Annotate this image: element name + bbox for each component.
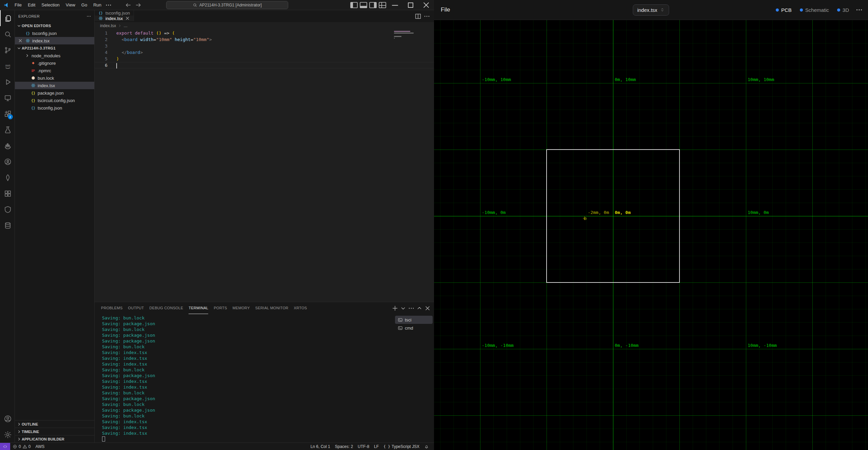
minimize-button[interactable] (387, 0, 403, 10)
board-outline[interactable] (546, 149, 680, 283)
terminal-dropdown-button[interactable] (399, 305, 407, 312)
menu-edit[interactable]: Edit (25, 1, 38, 9)
aws-status[interactable]: AWS (33, 443, 47, 450)
menu-go[interactable]: Go (78, 1, 90, 9)
indentation-status[interactable]: Spaces: 2 (333, 443, 355, 450)
activity-search[interactable] (0, 26, 15, 42)
terminal-line: Saving: bun.lock (102, 367, 394, 373)
activity-aws[interactable]: aws (0, 58, 15, 74)
panel-tab-debug-console[interactable]: DEBUG CONSOLE (150, 302, 183, 314)
remote-indicator-button[interactable] (0, 443, 10, 450)
menu-view[interactable]: View (63, 1, 78, 9)
minimap-line (394, 36, 401, 37)
tree-file-item[interactable]: {}tscircuit.config.json (15, 97, 94, 104)
pcb-more-menu-button[interactable] (855, 6, 863, 14)
tree-folder-item[interactable]: node_modules (15, 52, 94, 59)
close-button[interactable] (418, 0, 434, 10)
panel-tab-xrtos[interactable]: XRTOS (294, 302, 307, 314)
menu-run[interactable]: Run (90, 1, 104, 9)
activity-accounts[interactable] (0, 411, 15, 427)
panel-tab-serial-monitor[interactable]: SERIAL MONITOR (255, 302, 289, 314)
open-editors-header[interactable]: OPEN EDITORS (15, 22, 94, 30)
breadcrumb[interactable]: index.tsx… (95, 22, 434, 30)
sidebar-section-application-builder[interactable]: APPLICATION BUILDER (15, 435, 94, 443)
close-panel-button[interactable] (424, 305, 431, 312)
pcb-canvas[interactable]: -10mm, 10mm0m, 10mm10mm, 10mm-10mm, 0m10… (434, 20, 868, 450)
toggle-secondary-sidebar-button[interactable] (368, 0, 378, 10)
tree-file-item[interactable]: .gitignore (15, 59, 94, 67)
panel-tab-terminal[interactable]: TERMINAL (189, 302, 208, 314)
activity-settings[interactable] (0, 427, 15, 443)
terminal-session-cmd[interactable]: cmd (395, 324, 433, 332)
view-button-3d[interactable]: 3D (837, 7, 849, 13)
activity-live-share[interactable] (0, 154, 15, 170)
tree-file-item[interactable]: {}package.json (15, 89, 94, 97)
panel-tab-problems[interactable]: PROBLEMS (101, 302, 123, 314)
explorer-actions-button[interactable] (86, 14, 92, 19)
open-editor-item[interactable]: {}tsconfig.json (15, 30, 94, 37)
customize-layout-button[interactable] (378, 0, 387, 10)
language-status[interactable]: { } TypeScript JSX (381, 443, 422, 450)
tree-file-item[interactable]: {}tsconfig.json (15, 104, 94, 112)
terminal-line: Saving: package.json (102, 407, 394, 413)
breadcrumb-segment[interactable]: index.tsx (100, 23, 116, 28)
close-icon[interactable] (18, 38, 23, 43)
activity-source-control[interactable] (0, 42, 15, 58)
activity-testing[interactable] (0, 122, 15, 138)
panel-more-actions-button[interactable] (408, 305, 415, 312)
chevron-right-icon (24, 53, 30, 58)
view-button-schematic[interactable]: Schematic (800, 7, 829, 13)
editor-tab-tsconfig.json[interactable]: {}tsconfig.json (95, 10, 134, 16)
pcb-file-menu[interactable]: File (441, 6, 450, 13)
maximize-panel-button[interactable] (416, 305, 423, 312)
pcb-file-selector[interactable]: index.tsx (633, 4, 669, 16)
activity-mongodb[interactable] (0, 170, 15, 185)
panel-tab-memory[interactable]: MEMORY (233, 302, 250, 314)
toggle-sidebar-button[interactable] (349, 0, 359, 10)
cursor-position-status[interactable]: Ln 6, Col 1 (308, 443, 333, 450)
minimap[interactable] (394, 31, 414, 40)
close-icon[interactable] (125, 16, 130, 21)
activity-extensions[interactable]: 2 (0, 106, 15, 122)
activity-makefile[interactable] (0, 185, 15, 201)
activity-remote-explorer[interactable] (0, 90, 15, 106)
command-center-search[interactable]: AP2114H-3.3TRG1 [Administrator] (166, 1, 288, 9)
activity-run-debug[interactable] (0, 74, 15, 90)
code-editor[interactable]: 1export default () => (2 <board width="1… (95, 30, 434, 302)
activity-explorer[interactable] (0, 10, 15, 26)
tree-file-item[interactable]: .npmrc (15, 67, 94, 74)
sidebar-section-outline[interactable]: OUTLINE (15, 420, 94, 428)
vscode-window: FileEditSelectionViewGoRun AP2114H-3.3TR… (0, 0, 434, 450)
terminal-output[interactable]: Saving: bun.lockSaving: package.jsonSavi… (95, 314, 394, 443)
sidebar-section-timeline[interactable]: TIMELINE (15, 428, 94, 435)
open-editor-item[interactable]: index.tsx (15, 37, 94, 44)
panel-tab-ports[interactable]: PORTS (214, 302, 227, 314)
activity-database[interactable] (0, 217, 15, 233)
forward-button[interactable] (134, 1, 142, 9)
menu-overflow-button[interactable] (104, 1, 113, 9)
activity-security[interactable] (0, 201, 15, 217)
menu-selection[interactable]: Selection (38, 1, 62, 9)
view-button-pcb[interactable]: PCB (776, 7, 792, 13)
menu-file[interactable]: File (12, 1, 25, 9)
notifications-bell[interactable] (422, 443, 431, 450)
panel-tab-output[interactable]: OUTPUT (128, 302, 144, 314)
editor-actions-button[interactable] (423, 13, 431, 20)
maximize-button[interactable] (403, 0, 418, 10)
terminal-session-tsci[interactable]: tsci (395, 316, 433, 324)
back-button[interactable] (124, 1, 132, 9)
root-folder-header[interactable]: AP2114H-3.3TRG1 (15, 44, 94, 52)
breadcrumb-segment[interactable]: … (123, 23, 127, 28)
tree-file-item[interactable]: index.tsx (15, 82, 94, 89)
split-editor-button[interactable] (414, 13, 422, 20)
tree-file-item[interactable]: bun.lock (15, 74, 94, 82)
code-text: </board> (116, 49, 143, 56)
activity-docker[interactable] (0, 138, 15, 154)
encoding-status[interactable]: UTF-8 (355, 443, 372, 450)
problems-status[interactable]: 0 0 (10, 443, 33, 450)
cursor-crosshair-icon (582, 216, 588, 222)
eol-status[interactable]: LF (372, 443, 381, 450)
editor-tab-index.tsx[interactable]: index.tsx (95, 16, 134, 21)
toggle-panel-button[interactable] (359, 0, 368, 10)
new-terminal-button[interactable] (391, 305, 399, 312)
